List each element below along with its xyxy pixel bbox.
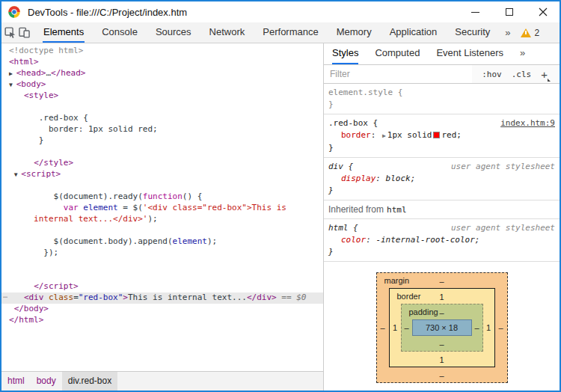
padding-bottom-value[interactable]: – [439, 340, 444, 349]
dom-tree-line[interactable] [1, 147, 323, 158]
tab-security[interactable]: Security [454, 22, 491, 43]
dom-tree-line[interactable]: $(document.body).append(element); [1, 236, 323, 248]
dom-tree-line[interactable] [1, 270, 323, 281]
rule-red-box[interactable]: .red-box { index.htm:9 border: ▶1px soli… [324, 114, 560, 158]
box-model-border[interactable]: border 1 1 padding – [389, 288, 495, 367]
styles-more-tabs-button[interactable]: » [520, 43, 525, 64]
maximize-button[interactable] [492, 1, 526, 22]
dom-tree-line[interactable]: ▼ <script> [1, 169, 323, 180]
box-model-margin[interactable]: margin – – border 1 1 [376, 272, 508, 383]
styles-filter-input[interactable] [324, 65, 472, 83]
warnings-button[interactable]: 2 [521, 28, 539, 38]
main-menu-button[interactable]: ⋮ [556, 26, 561, 40]
rule-origin: user agent stylesheet [451, 161, 555, 173]
styles-tab-computed[interactable]: Computed [375, 43, 420, 64]
rule-html-ua[interactable]: html { user agent stylesheet color: -int… [324, 219, 560, 262]
close-button[interactable] [526, 1, 560, 22]
css-property-display[interactable]: display: block; [328, 173, 555, 185]
code-segment: } [9, 135, 43, 145]
inherited-target-link[interactable]: html [387, 205, 407, 215]
dom-node-selected[interactable]: … <div class="red-box">This is internal … [1, 293, 323, 304]
tab-sources[interactable]: Sources [155, 22, 192, 43]
border-right-value[interactable]: 1 [483, 323, 494, 332]
breadcrumb-body[interactable]: body [31, 372, 62, 391]
border-left-value[interactable]: 1 [390, 323, 401, 332]
dom-tree-line[interactable]: }); [1, 248, 323, 259]
expand-shorthand-icon[interactable]: ▶ [382, 132, 386, 139]
margin-top-value[interactable]: – [439, 277, 444, 286]
toggle-pseudo-classes-button[interactable]: :hov [482, 70, 502, 79]
breadcrumb-div-red-box[interactable]: div.red-box [62, 372, 117, 391]
tab-memory[interactable]: Memory [336, 22, 373, 43]
rule-div-ua[interactable]: div { user agent stylesheet display: blo… [324, 158, 560, 200]
dom-tree-line[interactable]: var element = $('<div class="red-box">Th… [1, 203, 323, 214]
margin-right-value[interactable]: – [495, 323, 507, 332]
tab-performance[interactable]: Performance [262, 22, 319, 43]
padding-left-value[interactable]: – [402, 323, 412, 332]
border-color-swatch[interactable] [433, 132, 440, 138]
margin-bottom-value[interactable]: – [439, 371, 444, 380]
breadcrumb-html[interactable]: html [1, 372, 31, 391]
code-segment: ); [207, 236, 217, 246]
dom-tree-line[interactable]: } [1, 135, 323, 147]
styles-tab-event-listeners[interactable]: Event Listeners [436, 43, 503, 64]
dom-tree-line[interactable]: ▼ <body> [1, 79, 323, 91]
property-value[interactable]: block; [386, 174, 416, 183]
code-segment [9, 304, 14, 313]
border-top-value[interactable]: 1 [439, 293, 444, 301]
rule-selector[interactable]: div { [328, 161, 353, 173]
tree-expand-icon[interactable]: ▶ [9, 70, 16, 77]
inspect-element-button[interactable] [4, 22, 16, 43]
styles-tab-styles[interactable]: Styles [332, 43, 358, 64]
rule-element-style[interactable]: element.style { } [324, 84, 560, 114]
stylesheet-source-link[interactable]: index.htm:9 [500, 117, 555, 129]
node-options-icon[interactable]: … [3, 291, 7, 299]
dom-tree-line[interactable]: border: 1px solid red; [1, 124, 323, 135]
tree-expand-icon[interactable]: ▼ [14, 171, 22, 178]
dom-tree-line[interactable]: internal text...</div>'); [1, 214, 323, 225]
tab-network[interactable]: Network [209, 22, 246, 43]
property-name[interactable]: border [341, 130, 371, 140]
dom-tree-line[interactable]: <style> [1, 91, 323, 102]
minimize-button[interactable] [459, 1, 492, 22]
dom-tree-line[interactable] [1, 180, 323, 192]
property-value[interactable]: -internal-root-color; [375, 235, 479, 245]
dom-tree-line[interactable]: </html> [1, 315, 323, 326]
box-model-padding[interactable]: padding – – 730 × 18 – – [401, 304, 483, 352]
property-value-color[interactable]: red; [441, 130, 462, 140]
padding-right-value[interactable]: – [472, 323, 482, 332]
property-name[interactable]: color [341, 235, 366, 245]
dom-tree-line[interactable]: </body> [1, 304, 323, 315]
new-style-rule-button[interactable]: + [541, 68, 551, 81]
dom-tree-line[interactable] [1, 102, 323, 113]
dom-tree-line[interactable]: </style> [1, 158, 323, 169]
toggle-element-classes-button[interactable]: .cls [512, 70, 532, 79]
tab-console[interactable]: Console [101, 22, 138, 43]
dom-tree-line[interactable] [1, 259, 323, 270]
title-bar: DevTools - file:///C:/Project/index.htm [1, 1, 560, 22]
dom-tree-line[interactable]: <!doctype html> [1, 46, 323, 57]
dom-tree-line[interactable]: $(document).ready(function() { [1, 192, 323, 203]
margin-left-value[interactable]: – [377, 323, 389, 332]
rule-selector[interactable]: .red-box { [328, 117, 378, 129]
more-tabs-button[interactable]: » [505, 27, 510, 38]
close-icon [539, 7, 548, 16]
tab-elements[interactable]: Elements [43, 22, 85, 43]
tree-expand-icon[interactable]: ▼ [9, 82, 16, 88]
padding-top-value[interactable]: – [439, 308, 444, 317]
tab-application[interactable]: Application [389, 22, 438, 43]
property-name[interactable]: display [341, 174, 375, 183]
dom-tree-line[interactable] [1, 225, 323, 236]
rule-selector[interactable]: html { [328, 222, 358, 234]
dom-tree-line[interactable]: ▶ <head>…</head> [1, 68, 323, 79]
property-value[interactable]: 1px solid [387, 130, 432, 140]
border-bottom-value[interactable]: 1 [439, 355, 444, 364]
css-property-border[interactable]: border: ▶1px solidred; [328, 129, 555, 142]
dom-tree-line[interactable]: .red-box { [1, 113, 323, 124]
toggle-device-toolbar-button[interactable] [19, 22, 30, 43]
dom-tree-line[interactable]: <html> [1, 57, 323, 68]
css-property-color[interactable]: color: -internal-root-color; [328, 234, 555, 246]
dom-tree-line[interactable]: </script> [1, 281, 323, 293]
rule-selector[interactable]: element.style { [328, 87, 555, 99]
box-model-content[interactable]: 730 × 18 [412, 319, 472, 336]
